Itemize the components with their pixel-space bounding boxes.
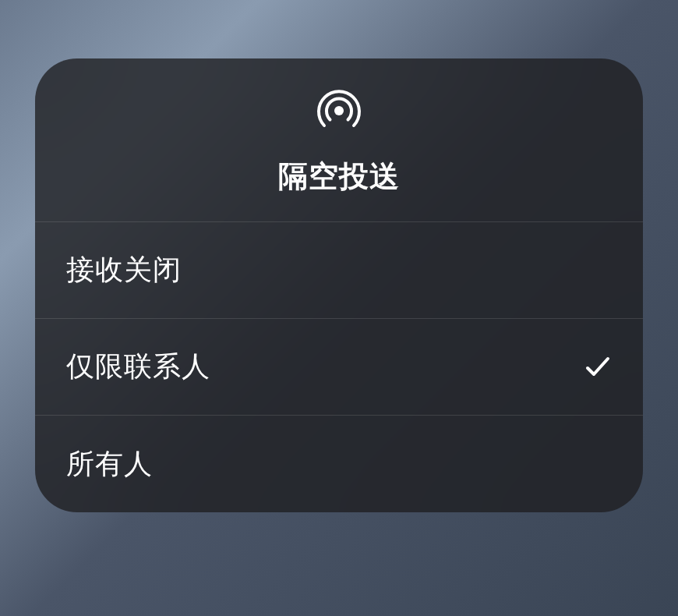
checkmark-icon (584, 353, 612, 381)
option-everyone[interactable]: 所有人 (35, 416, 643, 512)
panel-title: 隔空投送 (278, 157, 400, 196)
option-label: 所有人 (66, 445, 153, 483)
option-receiving-off[interactable]: 接收关闭 (35, 222, 643, 319)
option-label: 仅限联系人 (66, 348, 210, 386)
svg-point-0 (334, 106, 344, 115)
airdrop-settings-panel: 隔空投送 接收关闭 仅限联系人 所有人 (35, 58, 643, 512)
airdrop-icon (315, 87, 363, 135)
panel-header: 隔空投送 (35, 58, 643, 222)
option-label: 接收关闭 (66, 251, 182, 289)
options-list: 接收关闭 仅限联系人 所有人 (35, 222, 643, 512)
option-contacts-only[interactable]: 仅限联系人 (35, 319, 643, 416)
